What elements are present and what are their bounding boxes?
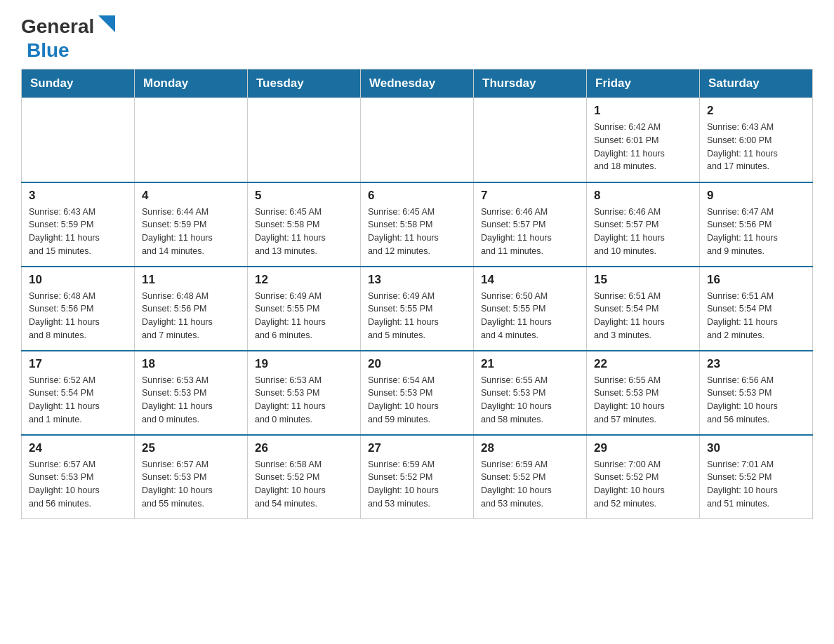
calendar-cell: 12Sunrise: 6:49 AM Sunset: 5:55 PM Dayli…	[248, 267, 361, 351]
day-number: 22	[594, 357, 692, 371]
logo-arrow-icon	[95, 15, 115, 36]
calendar-cell: 8Sunrise: 6:46 AM Sunset: 5:57 PM Daylig…	[587, 182, 700, 267]
calendar-cell: 17Sunrise: 6:52 AM Sunset: 5:54 PM Dayli…	[22, 351, 135, 435]
calendar-cell: 20Sunrise: 6:54 AM Sunset: 5:53 PM Dayli…	[361, 351, 474, 435]
calendar-cell: 19Sunrise: 6:53 AM Sunset: 5:53 PM Dayli…	[248, 351, 361, 435]
day-number: 30	[707, 441, 805, 455]
calendar-cell: 22Sunrise: 6:55 AM Sunset: 5:53 PM Dayli…	[587, 351, 700, 435]
calendar-cell: 14Sunrise: 6:50 AM Sunset: 5:55 PM Dayli…	[474, 267, 587, 351]
calendar-cell: 4Sunrise: 6:44 AM Sunset: 5:59 PM Daylig…	[135, 182, 248, 267]
calendar-cell	[135, 98, 248, 182]
calendar-week-row: 17Sunrise: 6:52 AM Sunset: 5:54 PM Dayli…	[22, 351, 813, 435]
day-number: 6	[368, 189, 466, 203]
day-info: Sunrise: 6:46 AM Sunset: 5:57 PM Dayligh…	[594, 206, 692, 258]
day-number: 23	[707, 357, 805, 371]
day-number: 17	[29, 357, 127, 371]
page-header: General Blue	[21, 14, 813, 62]
day-info: Sunrise: 6:43 AM Sunset: 5:59 PM Dayligh…	[29, 206, 127, 258]
day-number: 8	[594, 189, 692, 203]
day-info: Sunrise: 6:55 AM Sunset: 5:53 PM Dayligh…	[481, 374, 579, 427]
calendar-cell: 29Sunrise: 7:00 AM Sunset: 5:52 PM Dayli…	[587, 435, 700, 519]
calendar-cell: 7Sunrise: 6:46 AM Sunset: 5:57 PM Daylig…	[474, 182, 587, 267]
weekday-header-sunday: Sunday	[22, 69, 135, 98]
day-info: Sunrise: 6:49 AM Sunset: 5:55 PM Dayligh…	[255, 290, 353, 342]
day-info: Sunrise: 6:43 AM Sunset: 6:00 PM Dayligh…	[707, 121, 805, 173]
calendar-week-row: 3Sunrise: 6:43 AM Sunset: 5:59 PM Daylig…	[22, 182, 813, 267]
logo: General Blue	[21, 14, 115, 62]
day-info: Sunrise: 6:59 AM Sunset: 5:52 PM Dayligh…	[368, 458, 466, 511]
day-number: 18	[142, 357, 240, 371]
calendar-cell: 24Sunrise: 6:57 AM Sunset: 5:53 PM Dayli…	[22, 435, 135, 519]
day-info: Sunrise: 6:47 AM Sunset: 5:56 PM Dayligh…	[707, 206, 805, 258]
day-number: 21	[481, 357, 579, 371]
day-info: Sunrise: 6:46 AM Sunset: 5:57 PM Dayligh…	[481, 206, 579, 258]
calendar-cell: 11Sunrise: 6:48 AM Sunset: 5:56 PM Dayli…	[135, 267, 248, 351]
day-number: 27	[368, 441, 466, 455]
logo-general: General	[21, 17, 94, 36]
day-number: 3	[29, 189, 127, 203]
calendar-cell: 10Sunrise: 6:48 AM Sunset: 5:56 PM Dayli…	[22, 267, 135, 351]
logo-blue: Blue	[27, 39, 70, 61]
weekday-header-thursday: Thursday	[474, 69, 587, 98]
day-info: Sunrise: 6:58 AM Sunset: 5:52 PM Dayligh…	[255, 458, 353, 511]
day-number: 13	[368, 273, 466, 287]
day-number: 19	[255, 357, 353, 371]
day-number: 29	[594, 441, 692, 455]
weekday-header-wednesday: Wednesday	[361, 69, 474, 98]
day-info: Sunrise: 6:53 AM Sunset: 5:53 PM Dayligh…	[142, 374, 240, 427]
day-info: Sunrise: 6:51 AM Sunset: 5:54 PM Dayligh…	[594, 290, 692, 342]
day-info: Sunrise: 6:44 AM Sunset: 5:59 PM Dayligh…	[142, 206, 240, 258]
calendar-cell: 18Sunrise: 6:53 AM Sunset: 5:53 PM Dayli…	[135, 351, 248, 435]
calendar-cell: 30Sunrise: 7:01 AM Sunset: 5:52 PM Dayli…	[700, 435, 813, 519]
day-info: Sunrise: 6:49 AM Sunset: 5:55 PM Dayligh…	[368, 290, 466, 342]
day-number: 20	[368, 357, 466, 371]
day-info: Sunrise: 6:57 AM Sunset: 5:53 PM Dayligh…	[142, 458, 240, 511]
day-info: Sunrise: 6:45 AM Sunset: 5:58 PM Dayligh…	[368, 206, 466, 258]
day-info: Sunrise: 6:59 AM Sunset: 5:52 PM Dayligh…	[481, 458, 579, 511]
calendar-cell: 1Sunrise: 6:42 AM Sunset: 6:01 PM Daylig…	[587, 98, 700, 182]
day-number: 16	[707, 273, 805, 287]
calendar-cell: 23Sunrise: 6:56 AM Sunset: 5:53 PM Dayli…	[700, 351, 813, 435]
day-info: Sunrise: 6:48 AM Sunset: 5:56 PM Dayligh…	[142, 290, 240, 342]
day-number: 4	[142, 189, 240, 203]
day-number: 2	[707, 104, 805, 118]
day-number: 12	[255, 273, 353, 287]
day-info: Sunrise: 6:42 AM Sunset: 6:01 PM Dayligh…	[594, 121, 692, 173]
day-info: Sunrise: 6:53 AM Sunset: 5:53 PM Dayligh…	[255, 374, 353, 427]
calendar-cell: 6Sunrise: 6:45 AM Sunset: 5:58 PM Daylig…	[361, 182, 474, 267]
calendar-cell: 16Sunrise: 6:51 AM Sunset: 5:54 PM Dayli…	[700, 267, 813, 351]
day-number: 28	[481, 441, 579, 455]
calendar-week-row: 10Sunrise: 6:48 AM Sunset: 5:56 PM Dayli…	[22, 267, 813, 351]
day-number: 25	[142, 441, 240, 455]
calendar-table: SundayMondayTuesdayWednesdayThursdayFrid…	[21, 69, 813, 519]
calendar-week-row: 1Sunrise: 6:42 AM Sunset: 6:01 PM Daylig…	[22, 98, 813, 182]
day-number: 24	[29, 441, 127, 455]
calendar-cell: 28Sunrise: 6:59 AM Sunset: 5:52 PM Dayli…	[474, 435, 587, 519]
calendar-cell: 2Sunrise: 6:43 AM Sunset: 6:00 PM Daylig…	[700, 98, 813, 182]
calendar-cell: 13Sunrise: 6:49 AM Sunset: 5:55 PM Dayli…	[361, 267, 474, 351]
day-number: 1	[594, 104, 692, 118]
day-info: Sunrise: 6:52 AM Sunset: 5:54 PM Dayligh…	[29, 374, 127, 427]
weekday-header-tuesday: Tuesday	[248, 69, 361, 98]
calendar-cell: 27Sunrise: 6:59 AM Sunset: 5:52 PM Dayli…	[361, 435, 474, 519]
day-number: 14	[481, 273, 579, 287]
calendar-cell	[248, 98, 361, 182]
day-info: Sunrise: 6:55 AM Sunset: 5:53 PM Dayligh…	[594, 374, 692, 427]
calendar-cell	[22, 98, 135, 182]
day-number: 10	[29, 273, 127, 287]
calendar-cell: 26Sunrise: 6:58 AM Sunset: 5:52 PM Dayli…	[248, 435, 361, 519]
weekday-header-friday: Friday	[587, 69, 700, 98]
day-info: Sunrise: 6:48 AM Sunset: 5:56 PM Dayligh…	[29, 290, 127, 342]
day-info: Sunrise: 6:45 AM Sunset: 5:58 PM Dayligh…	[255, 206, 353, 258]
day-info: Sunrise: 7:00 AM Sunset: 5:52 PM Dayligh…	[594, 458, 692, 511]
calendar-cell	[361, 98, 474, 182]
day-number: 5	[255, 189, 353, 203]
day-number: 15	[594, 273, 692, 287]
weekday-header-monday: Monday	[135, 69, 248, 98]
day-info: Sunrise: 6:57 AM Sunset: 5:53 PM Dayligh…	[29, 458, 127, 511]
day-info: Sunrise: 6:50 AM Sunset: 5:55 PM Dayligh…	[481, 290, 579, 342]
day-info: Sunrise: 6:51 AM Sunset: 5:54 PM Dayligh…	[707, 290, 805, 342]
calendar-header-row: SundayMondayTuesdayWednesdayThursdayFrid…	[22, 69, 813, 98]
calendar-week-row: 24Sunrise: 6:57 AM Sunset: 5:53 PM Dayli…	[22, 435, 813, 519]
calendar-cell: 25Sunrise: 6:57 AM Sunset: 5:53 PM Dayli…	[135, 435, 248, 519]
